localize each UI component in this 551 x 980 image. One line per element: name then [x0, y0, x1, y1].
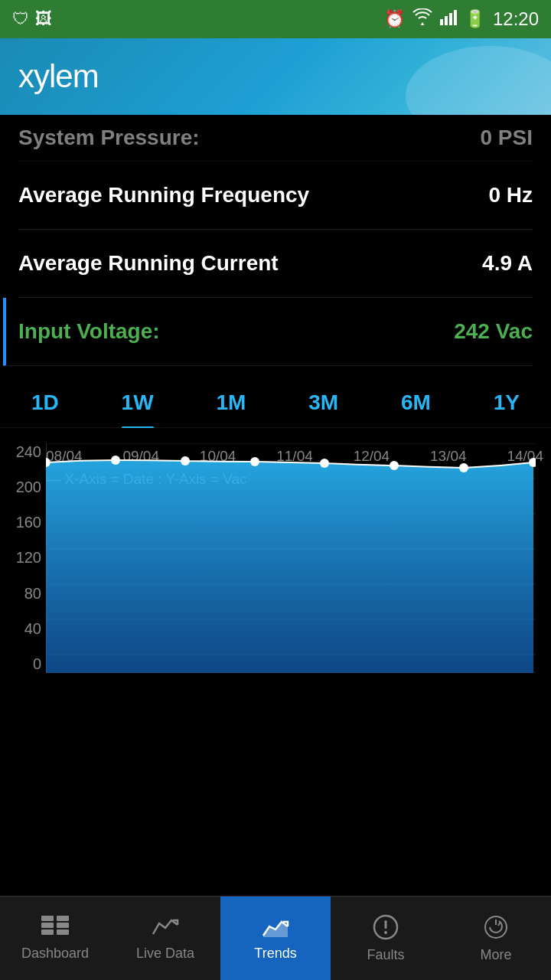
metric-label-system-pressure: System Pressure: [18, 126, 200, 150]
nav-item-faults[interactable]: Faults [331, 897, 441, 980]
time-tabs: 1D 1W 1M 3M 6M 1Y [0, 366, 551, 428]
app-title: xylem [18, 58, 99, 95]
svg-rect-28 [385, 920, 387, 929]
svg-rect-2 [449, 13, 452, 25]
metrics-section: System Pressure: 0 PSI Average Running F… [0, 115, 551, 366]
nav-label-live-data: Live Data [136, 946, 194, 962]
svg-rect-1 [445, 16, 448, 25]
y-axis-labels: 240 200 160 120 80 40 0 [8, 443, 41, 673]
tab-1w[interactable]: 1W [122, 384, 154, 421]
svg-point-18 [390, 461, 399, 470]
svg-point-17 [320, 459, 329, 468]
y-label-120: 120 [8, 549, 41, 567]
alarm-icon: ⏰ [384, 9, 405, 29]
svg-point-15 [181, 456, 190, 466]
metric-row-avg-frequency: Average Running Frequency 0 Hz [18, 162, 533, 230]
nav-item-dashboard[interactable]: Dashboard [0, 897, 110, 980]
dashboard-icon [41, 916, 69, 942]
y-label-40: 40 [8, 620, 41, 638]
nav-item-more[interactable]: More [441, 897, 551, 980]
chart-wrapper: 240 200 160 120 80 40 0 [8, 443, 543, 719]
svg-rect-0 [440, 19, 443, 25]
svg-rect-24 [57, 916, 69, 921]
faults-icon [373, 914, 399, 944]
image-icon: 🖼 [35, 9, 52, 29]
trends-icon [262, 916, 289, 942]
bottom-nav: Dashboard Live Data Trends [0, 896, 551, 980]
tab-1m[interactable]: 1M [216, 384, 246, 421]
svg-point-19 [459, 463, 468, 472]
svg-rect-22 [41, 923, 54, 928]
y-label-160: 160 [8, 514, 41, 531]
app-header: xylem [0, 38, 551, 115]
status-bar: 🛡 🖼 ⏰ 🔋 12:20 [0, 0, 551, 38]
tab-3m[interactable]: 3M [308, 384, 338, 421]
svg-rect-23 [41, 929, 54, 935]
metric-row-system-pressure: System Pressure: 0 PSI [18, 115, 533, 162]
svg-point-29 [384, 931, 387, 934]
live-data-icon [152, 916, 179, 942]
chart-container: 240 200 160 120 80 40 0 [0, 428, 551, 727]
metric-label-avg-current: Average Running Current [18, 251, 279, 276]
signal-icon [440, 8, 457, 30]
svg-line-32 [498, 922, 500, 926]
svg-rect-3 [454, 10, 457, 25]
metric-value-avg-current: 4.9 A [482, 251, 533, 276]
nav-label-dashboard: Dashboard [21, 946, 89, 962]
tab-1y[interactable]: 1Y [494, 384, 520, 421]
tab-6m[interactable]: 6M [401, 384, 431, 421]
nav-label-faults: Faults [367, 947, 404, 963]
svg-point-14 [111, 456, 120, 465]
nav-label-more: More [480, 947, 511, 963]
svg-point-16 [250, 457, 259, 466]
svg-rect-26 [57, 929, 69, 935]
status-time: 12:20 [493, 8, 539, 30]
y-label-240: 240 [8, 443, 41, 461]
metric-row-avg-current: Average Running Current 4.9 A [18, 230, 533, 298]
more-icon [483, 914, 509, 944]
nav-item-trends[interactable]: Trends [220, 897, 331, 980]
nav-item-live-data[interactable]: Live Data [110, 897, 220, 980]
metric-value-avg-frequency: 0 Hz [488, 183, 533, 207]
y-label-80: 80 [8, 585, 41, 603]
y-label-0: 0 [8, 655, 41, 673]
shield-icon: 🛡 [12, 9, 29, 29]
status-icons: 🛡 🖼 [12, 9, 52, 29]
metric-row-input-voltage: Input Voltage: 242 Vac [3, 298, 533, 366]
metric-value-system-pressure: 0 PSI [481, 126, 533, 150]
metric-value-input-voltage: 242 Vac [454, 319, 533, 344]
metric-label-input-voltage: Input Voltage: [18, 319, 160, 344]
battery-icon: 🔋 [465, 9, 485, 29]
nav-label-trends: Trends [254, 946, 296, 962]
tab-1d[interactable]: 1D [31, 384, 59, 421]
chart-svg [46, 443, 536, 673]
wifi-icon [412, 8, 432, 30]
svg-rect-21 [41, 916, 54, 921]
svg-rect-25 [57, 923, 69, 928]
metric-label-avg-frequency: Average Running Frequency [18, 183, 309, 207]
y-label-200: 200 [8, 479, 41, 496]
